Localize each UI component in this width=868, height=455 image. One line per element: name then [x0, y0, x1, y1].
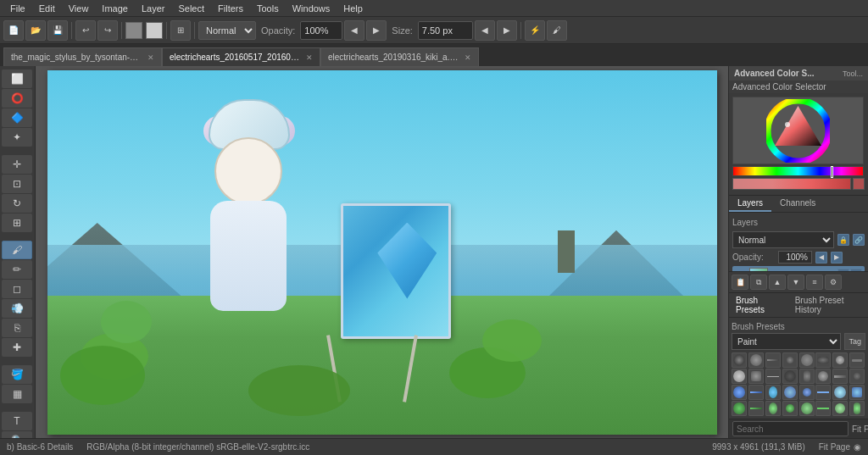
- brush-1[interactable]: [732, 352, 747, 368]
- brush-6[interactable]: [815, 352, 831, 368]
- eraser-tool[interactable]: ◻: [2, 280, 32, 298]
- brush-25[interactable]: [732, 401, 747, 416]
- brush-21[interactable]: [799, 385, 815, 400]
- dynamics-button[interactable]: ⚡: [525, 20, 545, 41]
- brush-26[interactable]: [748, 401, 764, 416]
- brush-18[interactable]: [748, 385, 764, 400]
- save-image-button[interactable]: 💾: [47, 20, 68, 41]
- size-input[interactable]: [418, 21, 473, 40]
- zoom-tool[interactable]: 🔍: [2, 431, 32, 438]
- tag-button[interactable]: Tag: [844, 333, 865, 350]
- opacity-input[interactable]: [300, 21, 342, 40]
- foreground-color-box[interactable]: [125, 22, 142, 39]
- menu-filters[interactable]: Filters: [211, 2, 250, 15]
- brush-history-tab[interactable]: Brush Preset History: [788, 293, 868, 317]
- brush-12[interactable]: [782, 369, 798, 384]
- layer-add-channel-btn[interactable]: 📋: [732, 275, 748, 290]
- tab-close-2[interactable]: ✕: [306, 53, 313, 62]
- size-down-button[interactable]: ◀: [475, 20, 495, 41]
- layer-opacity-value[interactable]: 100%: [778, 251, 812, 264]
- layer-lock-btn[interactable]: 🔒: [837, 234, 849, 246]
- tab-electrichearts-a[interactable]: electrichearts_20190316_kiki_a.png (191,…: [320, 47, 479, 66]
- menu-windows[interactable]: Windows: [286, 2, 337, 15]
- new-image-button[interactable]: 📄: [3, 20, 24, 41]
- brush-27[interactable]: [765, 401, 781, 416]
- brush-16[interactable]: [849, 369, 865, 384]
- text-tool[interactable]: T: [2, 412, 32, 430]
- scale-tool[interactable]: ⊞: [2, 214, 32, 232]
- brush-9[interactable]: [732, 369, 747, 384]
- menu-image[interactable]: Image: [95, 2, 135, 15]
- ellipse-select-tool[interactable]: ⭕: [2, 89, 32, 108]
- color-wheel-area[interactable]: [729, 93, 868, 195]
- paint-mode-button[interactable]: 🖌: [547, 20, 567, 41]
- airbrush-tool[interactable]: 💨: [2, 299, 32, 318]
- menu-select[interactable]: Select: [171, 2, 211, 15]
- free-select-tool[interactable]: 🔷: [2, 108, 32, 127]
- brush-23[interactable]: [832, 385, 848, 400]
- brush-14[interactable]: [815, 369, 831, 384]
- tab-close-1[interactable]: ✕: [147, 53, 154, 62]
- color-wheel[interactable]: [732, 97, 864, 164]
- brush-13[interactable]: [799, 369, 815, 384]
- hue-slider[interactable]: [732, 166, 864, 176]
- menu-view[interactable]: View: [62, 2, 96, 15]
- brush-3[interactable]: [765, 352, 781, 368]
- layer-link-btn[interactable]: 🔗: [853, 234, 865, 246]
- layer-opacity-up[interactable]: ▶: [831, 252, 843, 264]
- brush-28[interactable]: [782, 401, 798, 416]
- layer-settings-btn[interactable]: ⚙: [825, 275, 842, 290]
- size-up-button[interactable]: ▶: [497, 20, 517, 41]
- layer-menu-btn[interactable]: ≡: [806, 275, 823, 290]
- brush-31[interactable]: [832, 401, 848, 416]
- channels-tab[interactable]: Channels: [771, 196, 824, 212]
- layer-up-btn[interactable]: ▲: [769, 275, 786, 290]
- crop-tool[interactable]: ⊡: [2, 175, 32, 193]
- layer-copy-btn[interactable]: ⧉: [750, 275, 767, 290]
- bucket-fill-tool[interactable]: 🪣: [2, 365, 32, 384]
- menu-edit[interactable]: Edit: [32, 2, 62, 15]
- brush-category-select[interactable]: Paint: [732, 333, 841, 350]
- pencil-tool[interactable]: ✏: [2, 260, 32, 279]
- color-wheel-svg[interactable]: [766, 99, 830, 163]
- brush-22[interactable]: [815, 385, 831, 400]
- brush-5[interactable]: [799, 352, 815, 368]
- fuzzy-select-tool[interactable]: ✦: [2, 128, 32, 147]
- menu-tools[interactable]: Tools: [250, 2, 286, 15]
- opacity-down-button[interactable]: ◀: [344, 20, 364, 41]
- brush-7[interactable]: [832, 352, 848, 368]
- status-zoom[interactable]: Fit Page ◉: [819, 442, 861, 452]
- open-image-button[interactable]: 📂: [25, 20, 46, 41]
- opacity-up-button[interactable]: ▶: [366, 20, 387, 41]
- brush-19[interactable]: [765, 385, 781, 400]
- brush-11[interactable]: [765, 369, 781, 384]
- move-tool[interactable]: ✛: [2, 155, 32, 174]
- brush-mode-select[interactable]: Normal Multiply Screen Overlay: [198, 21, 256, 40]
- rect-select-tool[interactable]: ⬜: [2, 69, 32, 88]
- brush-29[interactable]: [799, 401, 815, 416]
- brush-20[interactable]: [782, 385, 798, 400]
- brush-8[interactable]: [849, 352, 865, 368]
- brush-search-input[interactable]: [732, 421, 849, 436]
- color-selector-header[interactable]: Advanced Color S... Tool...: [729, 66, 868, 80]
- paintbrush-tool[interactable]: 🖌: [2, 241, 32, 259]
- heal-tool[interactable]: ✚: [2, 338, 32, 357]
- brush-30[interactable]: [815, 401, 831, 416]
- brush-17[interactable]: [732, 385, 747, 400]
- menu-help[interactable]: Help: [337, 2, 370, 15]
- tab-magic-stylus[interactable]: the_magic_stylus_by_tysontan-g9fp872.png…: [3, 47, 162, 66]
- image-canvas[interactable]: [47, 70, 717, 435]
- canvas-area[interactable]: [36, 66, 728, 438]
- grid-view-button[interactable]: ⊞: [170, 20, 191, 41]
- brush-10[interactable]: [748, 369, 764, 384]
- brush-4[interactable]: [782, 352, 798, 368]
- blend-tool[interactable]: ▦: [2, 385, 32, 403]
- undo-button[interactable]: ↩: [75, 20, 96, 41]
- rotate-tool[interactable]: ↻: [2, 194, 32, 213]
- background-color-box[interactable]: [146, 22, 163, 39]
- brush-32[interactable]: [849, 401, 865, 416]
- brush-2[interactable]: [748, 352, 764, 368]
- layer-down-btn[interactable]: ▼: [787, 275, 804, 290]
- clone-tool[interactable]: ⎘: [2, 319, 32, 337]
- menu-layer[interactable]: Layer: [135, 2, 172, 15]
